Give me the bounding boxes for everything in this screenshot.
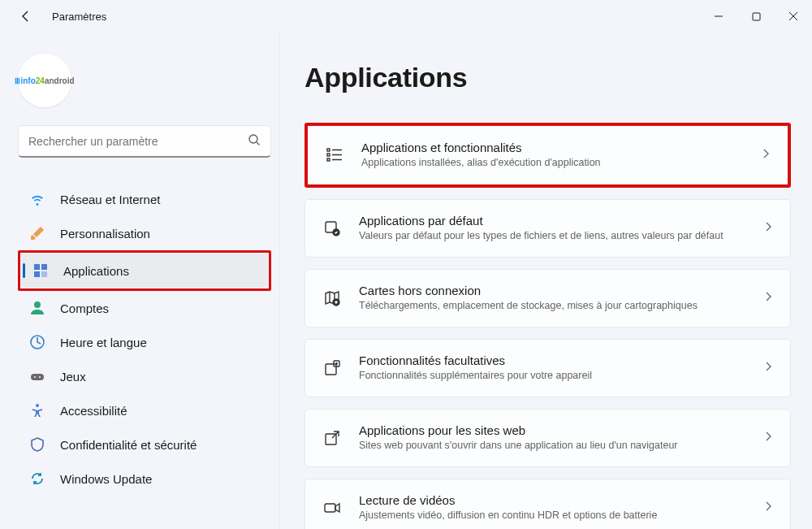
sidebar-item-label: Confidentialité et sécurité bbox=[60, 438, 197, 452]
person-icon bbox=[29, 300, 45, 316]
sidebar-highlight: Applications bbox=[18, 250, 271, 291]
svg-point-11 bbox=[36, 404, 39, 407]
sidebar-item-network[interactable]: Réseau et Internet bbox=[18, 182, 271, 216]
chevron-right-icon bbox=[762, 221, 774, 236]
sidebar: Ⅲinfo24android Réseau et Internet Person… bbox=[0, 33, 280, 529]
row-offline-maps[interactable]: Cartes hors connexion Téléchargements, e… bbox=[304, 269, 791, 327]
svg-point-9 bbox=[34, 376, 36, 378]
window-title: Paramètres bbox=[52, 11, 106, 23]
svg-rect-18 bbox=[326, 364, 336, 375]
accessibility-icon bbox=[29, 402, 45, 418]
row-title: Fonctionnalités facultatives bbox=[359, 353, 746, 367]
titlebar: Paramètres bbox=[0, 0, 812, 33]
row-video-playback[interactable]: Lecture de vidéos Ajustements vidéo, dif… bbox=[304, 479, 791, 529]
row-default-apps[interactable]: Applications par défaut Valeurs par défa… bbox=[304, 199, 791, 258]
search-input[interactable] bbox=[28, 135, 248, 148]
svg-rect-5 bbox=[41, 271, 47, 277]
row-optional-features[interactable]: Fonctionnalités facultatives Fonctionnal… bbox=[304, 339, 791, 397]
list-icon bbox=[324, 145, 345, 166]
sidebar-item-accounts[interactable]: Comptes bbox=[18, 291, 271, 325]
maximize-button[interactable] bbox=[737, 2, 775, 31]
page-title: Applications bbox=[304, 62, 791, 93]
row-desc: Fonctionnalités supplémentaires pour vot… bbox=[359, 369, 746, 383]
sidebar-item-label: Comptes bbox=[60, 301, 109, 315]
window-controls bbox=[700, 2, 812, 31]
sidebar-item-gaming[interactable]: Jeux bbox=[18, 359, 271, 393]
update-icon bbox=[29, 470, 45, 487]
search-icon bbox=[248, 133, 261, 150]
sidebar-item-accessibility[interactable]: Accessibilité bbox=[18, 393, 271, 427]
chevron-right-icon bbox=[762, 291, 774, 306]
default-apps-icon bbox=[322, 218, 343, 239]
sidebar-item-label: Personnalisation bbox=[60, 227, 150, 241]
row-title: Cartes hors connexion bbox=[359, 284, 746, 297]
row-desc: Applications installées, alias d'exécuti… bbox=[361, 156, 744, 170]
user-avatar-zone[interactable]: Ⅲinfo24android bbox=[18, 49, 271, 120]
row-desc: Valeurs par défaut pour les types de fic… bbox=[359, 229, 746, 243]
sidebar-item-windows-update[interactable]: Windows Update bbox=[18, 462, 271, 496]
search-box[interactable] bbox=[18, 125, 271, 158]
sidebar-nav: Réseau et Internet Personnalisation Appl… bbox=[18, 182, 271, 496]
add-feature-icon bbox=[322, 358, 343, 379]
sidebar-item-apps[interactable]: Applications bbox=[21, 254, 268, 288]
sidebar-item-label: Jeux bbox=[60, 370, 86, 384]
sidebar-item-label: Heure et langue bbox=[60, 336, 147, 349]
svg-rect-13 bbox=[327, 154, 330, 156]
svg-rect-21 bbox=[325, 504, 335, 512]
gamepad-icon bbox=[29, 368, 45, 384]
shield-icon bbox=[29, 436, 45, 453]
row-desc: Téléchargements, emplacement de stockage… bbox=[359, 299, 746, 313]
svg-rect-2 bbox=[34, 264, 40, 270]
chevron-right-icon bbox=[762, 501, 774, 515]
close-button[interactable] bbox=[775, 2, 812, 31]
chevron-right-icon bbox=[762, 431, 774, 445]
chevron-right-icon bbox=[760, 148, 771, 163]
video-icon bbox=[322, 497, 343, 518]
row-title: Applications et fonctionnalités bbox=[361, 141, 744, 154]
row-highlight: Applications et fonctionnalités Applicat… bbox=[304, 123, 791, 188]
row-desc: Sites web pouvant s'ouvrir dans une appl… bbox=[359, 439, 746, 453]
svg-rect-8 bbox=[31, 374, 44, 380]
sidebar-item-label: Réseau et Internet bbox=[60, 193, 160, 206]
brush-icon bbox=[29, 225, 45, 241]
chevron-right-icon bbox=[762, 361, 774, 375]
svg-point-1 bbox=[249, 135, 257, 143]
svg-point-10 bbox=[39, 376, 41, 378]
row-title: Applications pour les sites web bbox=[359, 423, 746, 437]
avatar: Ⅲinfo24android bbox=[18, 54, 71, 107]
open-external-icon bbox=[322, 427, 343, 449]
row-apps-websites[interactable]: Applications pour les sites web Sites we… bbox=[304, 409, 791, 467]
row-title: Applications par défaut bbox=[359, 214, 746, 228]
sidebar-item-label: Applications bbox=[63, 264, 129, 278]
sidebar-item-personalization[interactable]: Personnalisation bbox=[18, 216, 271, 250]
globe-clock-icon bbox=[29, 334, 45, 350]
row-apps-features[interactable]: Applications et fonctionnalités Applicat… bbox=[308, 126, 788, 184]
back-button[interactable] bbox=[16, 7, 36, 26]
svg-point-6 bbox=[34, 301, 41, 308]
svg-rect-4 bbox=[34, 271, 40, 277]
apps-icon bbox=[32, 262, 49, 279]
minimize-button[interactable] bbox=[700, 2, 737, 31]
svg-rect-14 bbox=[327, 158, 330, 161]
sidebar-item-privacy[interactable]: Confidentialité et sécurité bbox=[18, 427, 271, 462]
svg-rect-12 bbox=[327, 149, 330, 151]
row-title: Lecture de vidéos bbox=[359, 493, 746, 507]
svg-rect-3 bbox=[41, 264, 47, 270]
sidebar-item-label: Accessibilité bbox=[60, 404, 127, 418]
wifi-icon bbox=[29, 191, 45, 207]
row-desc: Ajustements vidéo, diffusion en continu … bbox=[359, 509, 746, 522]
sidebar-item-time-language[interactable]: Heure et langue bbox=[18, 325, 271, 359]
map-download-icon bbox=[322, 288, 343, 309]
main-content: Applications Applications et fonctionnal… bbox=[280, 33, 812, 529]
sidebar-item-label: Windows Update bbox=[60, 472, 152, 486]
svg-rect-0 bbox=[753, 13, 760, 20]
